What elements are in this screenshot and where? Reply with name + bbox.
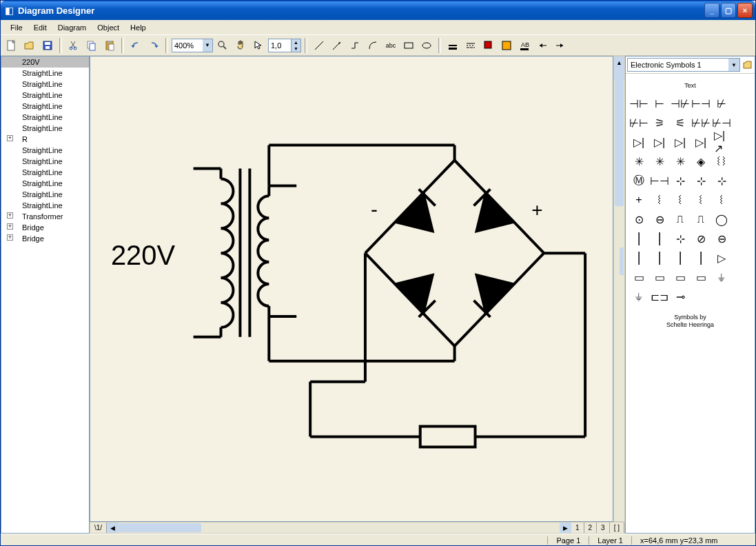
symbol-item[interactable]: ⎍ bbox=[693, 212, 708, 227]
symbol-gate[interactable]: ▭ bbox=[631, 270, 646, 285]
symbol-item[interactable]: ⚞ bbox=[652, 115, 667, 130]
symbol-item[interactable]: ⊹ bbox=[714, 173, 729, 188]
symbol-diode[interactable]: ▷| bbox=[652, 134, 667, 150]
library-dropdown[interactable]: ▼ bbox=[728, 59, 739, 71]
connector-tool[interactable] bbox=[347, 37, 363, 54]
symbol-item[interactable]: ⊬⊣ bbox=[714, 115, 729, 130]
symbol-item[interactable]: ⎮ bbox=[631, 250, 646, 265]
new-button[interactable] bbox=[3, 37, 20, 54]
fill-color-button[interactable] bbox=[480, 37, 497, 54]
symbol-item[interactable]: ⊢⊣ bbox=[693, 96, 708, 111]
zoom-tool-button[interactable] bbox=[214, 37, 231, 54]
library-input[interactable] bbox=[628, 59, 728, 71]
menu-diagram[interactable]: Diagram bbox=[52, 22, 92, 33]
ellipse-tool[interactable] bbox=[418, 37, 435, 54]
zoom-combo[interactable]: ▼ bbox=[172, 39, 213, 52]
symbol-item[interactable]: ✳ bbox=[652, 154, 667, 169]
symbol-item[interactable]: ⎮ bbox=[652, 231, 667, 246]
symbol-item[interactable]: ⊬ bbox=[714, 96, 729, 111]
object-tree[interactable]: 220V StraightLine StraightLine StraightL… bbox=[1, 56, 90, 534]
pan-tool-button[interactable] bbox=[232, 37, 249, 54]
menu-edit[interactable]: Edit bbox=[28, 22, 52, 33]
symbol-item[interactable]: ⎮ bbox=[652, 250, 667, 265]
scroll-thumb[interactable] bbox=[119, 523, 201, 532]
zoom-dropdown[interactable]: ▼ bbox=[203, 39, 212, 52]
expand-icon[interactable]: + bbox=[7, 234, 13, 241]
symbol-list[interactable]: Text ⊣⊢ ⊢ ⊣⊬ ⊢⊣ ⊬ ⊬⊢ ⚞ ⚟ ⊬⊬ ⊬⊣ ▷| ▷| ▷| … bbox=[626, 74, 755, 533]
tree-item[interactable]: +Bridge bbox=[1, 233, 89, 244]
symbol-item[interactable]: ⊖ bbox=[652, 212, 667, 227]
symbol-transformer[interactable]: ⧙⧘ bbox=[714, 154, 729, 169]
text-color-button[interactable]: AB bbox=[516, 37, 533, 54]
maximize-button[interactable]: ▢ bbox=[721, 3, 736, 18]
stroke-up[interactable]: ▲ bbox=[291, 39, 300, 46]
tree-item[interactable]: StraightLine bbox=[1, 145, 89, 156]
arrow-start-button[interactable] bbox=[534, 37, 551, 54]
tree-item[interactable]: StraightLine bbox=[1, 189, 89, 200]
symbol-gate[interactable]: ▭ bbox=[673, 270, 688, 285]
symbol-item[interactable]: ⊢ bbox=[652, 96, 667, 111]
symbol-diode[interactable]: ▷| bbox=[631, 134, 646, 150]
symbol-item[interactable]: ✳ bbox=[631, 154, 646, 169]
expand-icon[interactable]: + bbox=[7, 223, 13, 230]
symbol-capacitor[interactable]: ⊢⊣ bbox=[652, 173, 667, 188]
symbol-item[interactable]: + bbox=[631, 192, 646, 208]
page-tab[interactable]: [ ] bbox=[610, 523, 624, 533]
symbol-led[interactable]: ▷|↗ bbox=[714, 134, 729, 150]
page-tab[interactable]: 2 bbox=[584, 523, 597, 533]
select-tool-button[interactable] bbox=[250, 37, 267, 54]
tree-item[interactable]: StraightLine bbox=[1, 79, 89, 90]
symbol-item[interactable]: ⎮ bbox=[693, 250, 708, 265]
midtab[interactable] bbox=[620, 247, 624, 275]
tree-item[interactable]: +Transformer bbox=[1, 211, 89, 222]
stroke-down[interactable]: ▼ bbox=[291, 46, 300, 52]
tree-item[interactable]: StraightLine bbox=[1, 200, 89, 211]
tree-item[interactable]: StraightLine bbox=[1, 68, 89, 79]
symbol-item[interactable]: ⊣⊢ bbox=[631, 96, 646, 111]
tree-item[interactable]: StraightLine bbox=[1, 112, 89, 123]
page-tab[interactable]: 3 bbox=[597, 523, 610, 533]
line-tool[interactable] bbox=[311, 37, 327, 54]
arrow-tool[interactable] bbox=[329, 37, 345, 54]
horizontal-scrollbar[interactable]: ◀ ▶ bbox=[107, 523, 571, 533]
save-button[interactable] bbox=[39, 37, 56, 54]
canvas[interactable]: 220V - + bbox=[90, 56, 613, 522]
symbol-item[interactable]: ⊹ bbox=[673, 173, 688, 188]
scroll-up[interactable]: ▲ bbox=[614, 57, 624, 68]
text-tool[interactable]: abc bbox=[382, 37, 399, 54]
stroke-input[interactable] bbox=[269, 41, 291, 50]
redo-button[interactable] bbox=[145, 37, 162, 54]
scroll-right[interactable]: ▶ bbox=[560, 523, 571, 533]
symbol-item[interactable]: ⊬⊢ bbox=[631, 115, 646, 130]
symbol-item[interactable]: ⊏⊐ bbox=[652, 289, 667, 304]
rect-tool[interactable] bbox=[400, 37, 417, 54]
symbol-item[interactable]: ⊘ bbox=[693, 231, 708, 246]
symbol-item[interactable]: ⊸ bbox=[673, 289, 688, 304]
menu-help[interactable]: Help bbox=[125, 22, 152, 33]
close-button[interactable]: × bbox=[737, 3, 753, 18]
tree-item[interactable]: StraightLine bbox=[1, 123, 89, 134]
curve-tool[interactable] bbox=[365, 37, 381, 54]
tree-item[interactable]: StraightLine bbox=[1, 178, 89, 189]
tree-item[interactable]: StraightLine bbox=[1, 90, 89, 101]
symbol-item[interactable]: ⚟ bbox=[673, 115, 688, 130]
symbol-item[interactable]: ⊖ bbox=[714, 231, 729, 246]
page-tab[interactable]: 1 bbox=[571, 523, 584, 533]
symbol-ground[interactable]: ⏚ bbox=[631, 289, 646, 304]
symbol-coil[interactable]: ⧙ bbox=[673, 192, 688, 208]
symbol-motor[interactable]: Ⓜ bbox=[631, 173, 646, 188]
symbol-item[interactable]: ⊙ bbox=[631, 212, 646, 227]
symbol-item[interactable]: ⊹ bbox=[673, 231, 688, 246]
line-color-button[interactable] bbox=[445, 37, 461, 54]
symbol-item[interactable]: ⊣⊬ bbox=[673, 96, 688, 111]
zoom-input[interactable] bbox=[172, 41, 203, 50]
symbol-text[interactable]: Text bbox=[629, 78, 752, 93]
symbol-gate[interactable]: ▭ bbox=[693, 270, 708, 285]
symbol-item[interactable]: ⎍ bbox=[673, 212, 688, 227]
symbol-opamp[interactable]: ▷ bbox=[714, 250, 729, 265]
symbol-diode[interactable]: ▷| bbox=[693, 134, 708, 150]
tree-item[interactable]: 220V bbox=[1, 57, 89, 68]
symbol-item[interactable]: ◯ bbox=[714, 212, 729, 227]
menu-file[interactable]: File bbox=[5, 22, 28, 33]
expand-icon[interactable]: + bbox=[7, 212, 13, 219]
